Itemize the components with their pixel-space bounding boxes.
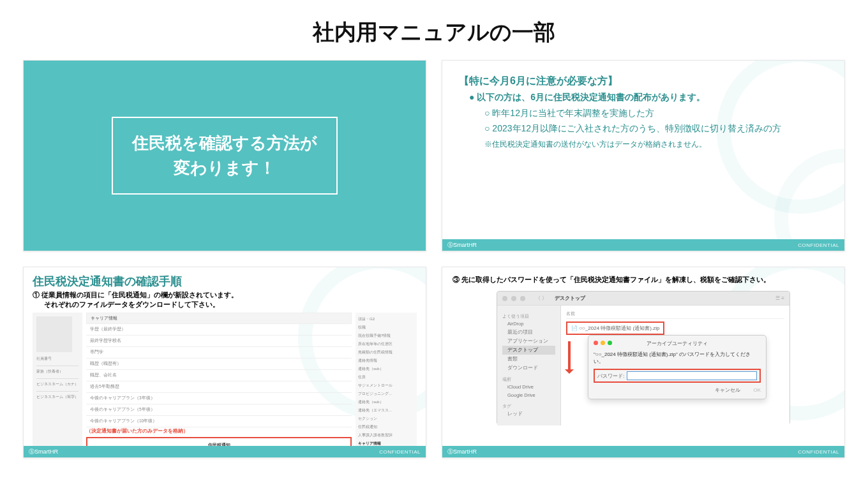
s3-field-row: 職歴、会社名: [86, 370, 352, 381]
s3-right-item: 現在役職予備?情報: [358, 332, 414, 340]
slides-grid: 住民税を確認する方法が 変わります！ 【特に今月6月に注意が必要な方】 ● 以下…: [0, 60, 868, 477]
s3-field-row: 今後のキャリアプラン（5年後）: [86, 404, 352, 416]
slide1-title-box: 住民税を確認する方法が 変わります！: [112, 117, 338, 195]
zip-file-highlight[interactable]: 📄 ○○_2024 特徴税額通知 (通知書).zip: [566, 322, 664, 335]
s3-right-panel: 項目・G2役職現在役職予備?情報所在地等等の住居区先種類の住民税情報連絡先情報連…: [355, 313, 417, 458]
s3-right-item: 住民税通知: [358, 423, 414, 431]
s2-bullet-text: 以下の方は、6月に住民税決定通知書の配布があります。: [477, 92, 705, 102]
sidebar-item[interactable]: 最近の項目: [502, 328, 555, 337]
s3-title: 住民税決定通知書の確認手順: [33, 274, 417, 289]
sidebar-item[interactable]: デスクトップ: [502, 346, 555, 355]
s3-right-item: 連絡先（エマスス...: [358, 406, 414, 415]
lbl-biz: ビジネスネーム（カナ）: [36, 381, 79, 387]
s3-step-a: ① 従業員情報の項目に「住民税通知」の欄が新設されています。: [33, 290, 417, 300]
s2-sub1-text: 昨年12月に当社で年末調整を実施した方: [492, 108, 654, 118]
slide-4: ③ 先に取得したパスワードを使って「住民税決定通知書ファイル」を解凍し、税額をご…: [442, 267, 845, 458]
s3-red-caption: （決定通知書が届いた方のみデータを格納）: [86, 427, 352, 434]
s3-right-item: 連絡先（sub）: [358, 365, 414, 373]
side-h1: よく使う項目: [502, 313, 555, 320]
s3-field-row: 過去5年勤務歴: [86, 381, 352, 393]
s3-field-row: 最終学歴学校名: [86, 336, 352, 347]
sidebar-item[interactable]: アプリケーション: [502, 337, 555, 346]
password-input[interactable]: [627, 371, 757, 380]
red-arrow-icon: [565, 341, 574, 377]
sidebar-item[interactable]: iCloud Drive: [502, 383, 555, 391]
s3-right-item: 人事課入課者教習評: [358, 431, 414, 440]
ok-button[interactable]: OK: [753, 387, 761, 393]
s2-heading: 【特に今月6月に注意が必要な方】: [459, 75, 828, 88]
s2-sub2-text: 2023年12月以降にご入社された方のうち、特別徴収に切り替え済みの方: [492, 123, 781, 133]
lbl-biz2: ビジネスネーム（英字）: [36, 394, 79, 400]
s3-right-item: 先種類の住民税情報: [358, 348, 414, 357]
finder-main: 名前 📄 ○○_2024 特徴税額通知 (通知書).zip アーカイブユーティリ…: [561, 306, 789, 425]
view-icons: ☰ ≡: [775, 295, 784, 301]
s3-right-item: 所在地等等の住居区: [358, 340, 414, 348]
s3-right-item: プロビジョニング...: [358, 390, 414, 398]
finder-sidebar: よく使う項目 AirDrop最近の項目アプリケーションデスクトップ書類ダウンロー…: [497, 306, 561, 425]
confidential-label: CONFIDENTIAL: [798, 449, 839, 455]
pw-label: パスワード:: [597, 373, 624, 380]
s3-step-b: それぞれのファイルデータをダウンロードして下さい。: [44, 300, 417, 309]
toolbar-title: デスクトップ: [555, 295, 585, 302]
s2-sub1: ○ 昨年12月に当社で年末調整を実施した方: [484, 106, 828, 121]
brand-logo: ⓈSmartHR: [29, 448, 58, 456]
sidebar-item[interactable]: レッド: [502, 410, 555, 418]
side-h3: タグ: [502, 403, 555, 410]
sidebar-item[interactable]: AirDrop: [502, 320, 555, 328]
brand-logo: ⓈSmartHR: [447, 241, 477, 249]
archive-dialog: アーカイブユーティリティ "○○_2024 特徴税額通知 (通知書).zip" …: [588, 335, 767, 399]
s3-field-row: 職歴（職歴有）: [86, 359, 352, 370]
s3-right-item: セクション: [358, 415, 414, 423]
s3-right-item: 連絡先情報: [358, 357, 414, 365]
dialog-msg: "○○_2024 特徴税額通知 (通知書).zip" のパスワードを入力してくだ…: [594, 351, 761, 365]
s3-mid-head: キャリア情報: [86, 313, 352, 324]
avatar-placeholder: [36, 316, 72, 352]
slide3-footer: ⓈSmartHR CONFIDENTIAL: [24, 446, 426, 457]
password-row: パスワード:: [594, 369, 761, 383]
finder-toolbar: 〈 〉 デスクトップ ☰ ≡: [497, 292, 789, 306]
slide-1: 住民税を確認する方法が 変わります！: [23, 60, 426, 251]
s3-right-item: サジェメントロール: [358, 381, 414, 390]
window-dot: [502, 296, 507, 301]
sidebar-item[interactable]: ダウンロード: [502, 364, 555, 373]
s4-step: ③ 先に取得したパスワードを使って「住民税決定通知書ファイル」を解凍し、税額をご…: [453, 275, 834, 285]
s3-screenshot: 社員番号 家族（扶養者） ビジネスネーム（カナ） ビジネスネーム（英字） キャリ…: [33, 313, 417, 458]
confidential-label: CONFIDENTIAL: [798, 242, 839, 248]
brand-logo: ⓈSmartHR: [447, 448, 477, 456]
window-dot: [520, 296, 525, 301]
s2-sub2: ○ 2023年12月以降にご入社された方のうち、特別徴収に切り替え済みの方: [484, 121, 828, 137]
lbl-family: 家族（扶養者）: [36, 369, 79, 374]
zip-file-name: ○○_2024 特徴税額通知 (通知書).zip: [579, 325, 659, 331]
s3-field-row: 学歴（最終学歴）: [86, 324, 352, 336]
s3-right-item: 住所: [358, 373, 414, 381]
s3-field-row: 今後のキャリアプラン（10年後）: [86, 416, 352, 427]
slide4-footer: ⓈSmartHR CONFIDENTIAL: [442, 446, 844, 457]
s2-note: ※住民税決定通知書の送付がない方はデータが格納されません。: [484, 139, 828, 150]
dialog-title: アーカイブユーティリティ: [594, 340, 761, 347]
slide1-line2: 変わります！: [132, 156, 317, 181]
s3-mid-panel: キャリア情報 学歴（最終学歴）最終学歴学校名専門学職歴（職歴有）職歴、会社名過去…: [86, 313, 352, 458]
s3-right-item: 役職: [358, 323, 414, 332]
s3-right-item: 連絡先（sub）: [358, 398, 414, 406]
confidential-label: CONFIDENTIAL: [379, 449, 421, 455]
slide1-line1: 住民税を確認する方法が: [132, 131, 317, 156]
sidebar-item[interactable]: 書類: [502, 355, 555, 364]
s3-right-item: 項目・G2: [358, 315, 414, 323]
slide-3: 住民税決定通知書の確認手順 ① 従業員情報の項目に「住民税通知」の欄が新設されて…: [23, 267, 426, 458]
cancel-button[interactable]: キャンセル: [715, 387, 740, 393]
s3-field-row: 専門学: [86, 347, 352, 359]
finder-window: 〈 〉 デスクトップ ☰ ≡ よく使う項目 AirDrop最近の項目アプリケーシ…: [497, 291, 790, 425]
s3-field-row: 今後のキャリアプラン（3年後）: [86, 393, 352, 404]
window-dot: [511, 296, 516, 301]
sidebar-item[interactable]: Google Drive: [502, 391, 555, 399]
lbl-empno: 社員番号: [36, 356, 79, 362]
col-name: 名前: [566, 309, 784, 319]
s3-left-panel: 社員番号 家族（扶養者） ビジネスネーム（カナ） ビジネスネーム（英字）: [33, 313, 82, 458]
slide-2: 【特に今月6月に注意が必要な方】 ● 以下の方は、6月に住民税決定通知書の配布が…: [442, 60, 845, 251]
slide2-footer: ⓈSmartHR CONFIDENTIAL: [442, 239, 844, 251]
side-h2: 場所: [502, 376, 555, 383]
s2-bullet: ● 以下の方は、6月に住民税決定通知書の配布があります。: [469, 92, 828, 103]
page-title: 社内用マニュアルの一部: [0, 0, 868, 60]
